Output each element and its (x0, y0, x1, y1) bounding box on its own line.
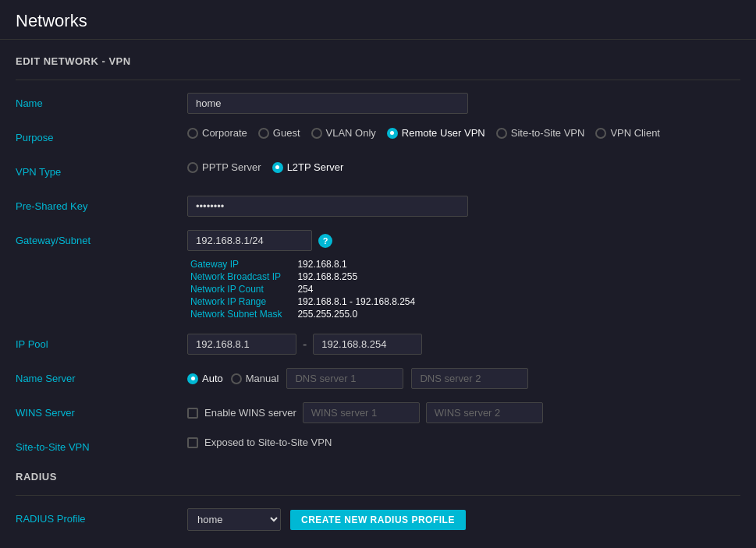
radius-section-title: RADIUS (16, 471, 740, 483)
page-title: Networks (16, 11, 740, 31)
wins-server-row: WINS Server Enable WINS server (16, 402, 740, 424)
name-server-control: Auto Manual (187, 368, 740, 389)
vpn-client-label: VPN Client (610, 127, 660, 139)
psk-control (187, 196, 740, 217)
vlan-only-radio-icon[interactable] (311, 128, 322, 139)
purpose-site-to-site-vpn[interactable]: Site-to-Site VPN (496, 127, 585, 139)
site-to-site-vpn-label: Site-to-Site VPN (511, 127, 585, 139)
subnet-mask-row: Network Subnet Mask 255.255.255.0 (190, 309, 415, 320)
purpose-corporate[interactable]: Corporate (187, 127, 247, 139)
name-server-label: Name Server (16, 368, 187, 384)
purpose-control: Corporate Guest VLAN Only Remote User VP… (187, 127, 740, 139)
vlan-only-label: VLAN Only (326, 127, 376, 139)
gateway-details: Gateway IP 192.168.8.1 Network Broadcast… (187, 257, 418, 321)
purpose-label: Purpose (16, 127, 187, 143)
gateway-input[interactable] (187, 230, 312, 251)
name-server-row: Name Server Auto Manual (16, 368, 740, 390)
ip-pool-separator: - (303, 338, 307, 352)
name-control (187, 93, 740, 114)
radius-divider (16, 495, 740, 496)
psk-input[interactable] (187, 196, 468, 217)
radius-profile-select[interactable]: home (187, 508, 281, 531)
wins-server-control: Enable WINS server (187, 402, 740, 423)
wins-server1-input[interactable] (303, 402, 420, 423)
vpn-type-row: VPN Type PPTP Server L2TP Server (16, 161, 740, 183)
broadcast-ip-label: Network Broadcast IP (190, 271, 294, 282)
vpn-type-l2tp[interactable]: L2TP Server (272, 161, 344, 173)
pptp-label: PPTP Server (202, 161, 261, 173)
help-icon[interactable]: ? (318, 234, 332, 248)
radius-section: RADIUS RADIUS Profile home CREATE NEW RA… (16, 471, 740, 531)
purpose-guest[interactable]: Guest (258, 127, 300, 139)
section-divider (16, 80, 740, 80)
name-server-inputs: Auto Manual (187, 368, 528, 389)
site-to-site-row: Site-to-Site VPN Exposed to Site-to-Site… (16, 437, 740, 458)
gateway-ip-label: Gateway IP (190, 259, 294, 270)
site-to-site-checkbox[interactable] (187, 437, 198, 448)
create-radius-profile-button[interactable]: CREATE NEW RADIUS PROFILE (290, 510, 466, 530)
wins-enable-checkbox[interactable] (187, 408, 198, 419)
guest-label: Guest (273, 127, 300, 139)
l2tp-radio-icon[interactable] (272, 162, 283, 173)
ip-pool-end-input[interactable] (313, 334, 422, 355)
name-label: Name (16, 93, 187, 109)
purpose-remote-user-vpn[interactable]: Remote User VPN (387, 127, 485, 139)
ip-pool-control: - (187, 334, 740, 355)
auto-radio-icon[interactable] (187, 373, 198, 384)
purpose-vpn-client[interactable]: VPN Client (595, 127, 660, 139)
radius-profile-control: home CREATE NEW RADIUS PROFILE (187, 508, 740, 531)
pptp-radio-icon[interactable] (187, 162, 198, 173)
ip-pool-label: IP Pool (16, 334, 187, 350)
site-to-site-checkbox-row: Exposed to Site-to-Site VPN (187, 437, 332, 448)
name-row: Name (16, 93, 740, 115)
remote-user-vpn-label: Remote User VPN (402, 127, 485, 139)
ip-count-value: 254 (297, 284, 415, 295)
remote-user-vpn-radio-icon[interactable] (387, 128, 398, 139)
name-input[interactable] (187, 93, 468, 114)
l2tp-label: L2TP Server (287, 161, 344, 173)
ip-pool-start-input[interactable] (187, 334, 296, 355)
purpose-vlan-only[interactable]: VLAN Only (311, 127, 376, 139)
guest-radio-icon[interactable] (258, 128, 269, 139)
site-to-site-checkbox-label: Exposed to Site-to-Site VPN (204, 437, 332, 448)
manual-radio-icon[interactable] (231, 373, 242, 384)
content-area: EDIT NETWORK - VPN Name Purpose Corporat… (0, 40, 756, 548)
subnet-mask-label: Network Subnet Mask (190, 309, 294, 320)
ip-count-label: Network IP Count (190, 284, 294, 295)
site-to-site-vpn-radio-icon[interactable] (496, 128, 507, 139)
vpn-type-pptp[interactable]: PPTP Server (187, 161, 261, 173)
wins-server2-input[interactable] (426, 402, 543, 423)
gateway-label: Gateway/Subnet (16, 230, 187, 246)
name-server-auto[interactable]: Auto (187, 373, 223, 384)
corporate-label: Corporate (202, 127, 247, 139)
gateway-ip-value: 192.168.8.1 (297, 259, 415, 270)
psk-label: Pre-Shared Key (16, 196, 187, 212)
dns-server1-input[interactable] (286, 368, 403, 389)
edit-network-section-title: EDIT NETWORK - VPN (16, 55, 740, 67)
gateway-control: ? Gateway IP 192.168.8.1 Network Broadca… (187, 230, 740, 321)
dns-server2-input[interactable] (411, 368, 528, 389)
corporate-radio-icon[interactable] (187, 128, 198, 139)
gateway-row: Gateway/Subnet ? Gateway IP 192.168.8.1 … (16, 230, 740, 321)
wins-server-label: WINS Server (16, 402, 187, 419)
radius-profile-row: RADIUS Profile home CREATE NEW RADIUS PR… (16, 508, 740, 531)
vpn-client-radio-icon[interactable] (595, 128, 606, 139)
page-header: Networks (0, 0, 756, 40)
ip-pool-row: IP Pool - (16, 334, 740, 355)
vpn-type-control: PPTP Server L2TP Server (187, 161, 740, 173)
radius-profile-label: RADIUS Profile (16, 508, 187, 525)
ip-range-label: Network IP Range (190, 296, 294, 307)
subnet-mask-value: 255.255.255.0 (297, 309, 415, 320)
name-server-manual[interactable]: Manual (231, 373, 279, 384)
ip-pool-inputs: - (187, 334, 422, 355)
purpose-row: Purpose Corporate Guest VLAN Only (16, 127, 740, 149)
vpn-type-label: VPN Type (16, 161, 187, 178)
wins-enable-label: Enable WINS server (204, 407, 296, 419)
gateway-ip-row: Gateway IP 192.168.8.1 (190, 259, 415, 270)
site-to-site-control: Exposed to Site-to-Site VPN (187, 437, 740, 448)
broadcast-ip-value: 192.168.8.255 (297, 271, 415, 282)
ip-count-row: Network IP Count 254 (190, 284, 415, 295)
broadcast-ip-row: Network Broadcast IP 192.168.8.255 (190, 271, 415, 282)
psk-row: Pre-Shared Key (16, 196, 740, 217)
vpn-type-radio-group: PPTP Server L2TP Server (187, 161, 343, 173)
